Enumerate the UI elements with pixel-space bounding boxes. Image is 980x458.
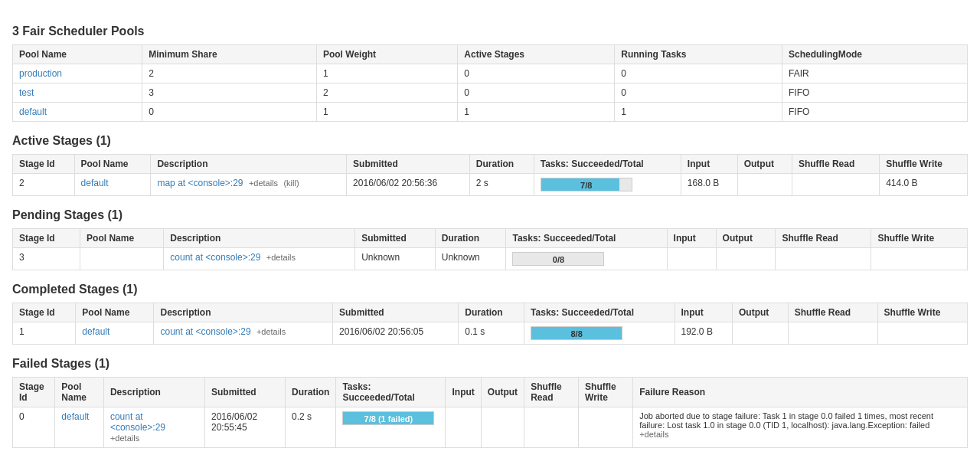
shuffle-read bbox=[776, 248, 871, 270]
pool-name: default bbox=[76, 322, 154, 345]
pool-name: default bbox=[13, 103, 142, 122]
output bbox=[732, 322, 788, 345]
failed-col-failure: Failure Reason bbox=[633, 378, 968, 407]
duration: 2 s bbox=[469, 174, 534, 196]
pending-col-stageid: Stage Id bbox=[13, 229, 80, 248]
active-col-shuffleread: Shuffle Read bbox=[792, 155, 879, 174]
active-stages-table: Stage Id Pool Name Description Submitted… bbox=[12, 154, 968, 196]
duration: Unknown bbox=[435, 248, 506, 270]
output bbox=[737, 174, 792, 196]
input: 168.0 B bbox=[681, 174, 737, 196]
shuffle-write bbox=[579, 407, 633, 448]
completed-col-duration: Duration bbox=[459, 303, 524, 322]
failed-stages-title: Failed Stages (1) bbox=[12, 357, 968, 371]
stage-id: 0 bbox=[13, 407, 55, 448]
completed-col-stageid: Stage Id bbox=[13, 303, 76, 322]
pending-col-description: Description bbox=[164, 229, 355, 248]
active-col-shufflewrite: Shuffle Write bbox=[880, 155, 968, 174]
table-row: production 2 1 0 0 FAIR bbox=[13, 64, 968, 83]
tasks-progress: 7/8 bbox=[534, 174, 681, 196]
pools-col-activestages: Active Stages bbox=[458, 45, 615, 64]
shuffle-read bbox=[524, 407, 579, 448]
table-row: 2 default map at <console>:29 +details (… bbox=[13, 174, 968, 196]
shuffle-write bbox=[877, 322, 967, 345]
pending-col-submitted: Submitted bbox=[355, 229, 436, 248]
failure-details-link[interactable]: +details bbox=[639, 430, 668, 439]
scheduling-mode: FAIR bbox=[782, 64, 967, 83]
pools-table: Pool Name Minimum Share Pool Weight Acti… bbox=[12, 44, 968, 122]
completed-col-tasks: Tasks: Succeeded/Total bbox=[524, 303, 675, 322]
pending-col-shuffleread: Shuffle Read bbox=[776, 229, 871, 248]
pool-weight: 1 bbox=[316, 103, 457, 122]
pool-name bbox=[80, 248, 164, 270]
table-row: 0 default count at <console>:29 +details… bbox=[13, 407, 968, 448]
tasks-progress: 7/8 (1 failed) bbox=[336, 407, 446, 448]
active-col-submitted: Submitted bbox=[347, 155, 470, 174]
completed-col-description: Description bbox=[154, 303, 333, 322]
duration: 0.2 s bbox=[286, 407, 336, 448]
input bbox=[667, 248, 716, 270]
pool-name: default bbox=[55, 407, 104, 448]
active-stages: 1 bbox=[458, 103, 615, 122]
duration: 0.1 s bbox=[459, 322, 524, 345]
failed-col-poolname: Pool Name bbox=[55, 378, 104, 407]
scheduling-mode: FIFO bbox=[782, 83, 967, 103]
running-tasks: 0 bbox=[615, 64, 782, 83]
table-row: 1 default count at <console>:29 +details… bbox=[13, 322, 968, 345]
table-row: default 0 1 1 1 FIFO bbox=[13, 103, 968, 122]
failure-reason: Job aborted due to stage failure: Task 1… bbox=[633, 407, 968, 448]
active-col-stageid: Stage Id bbox=[13, 155, 75, 174]
active-col-duration: Duration bbox=[469, 155, 534, 174]
failed-col-output: Output bbox=[481, 378, 524, 407]
table-row: test 3 2 0 0 FIFO bbox=[13, 83, 968, 103]
pools-col-name: Pool Name bbox=[13, 45, 142, 64]
shuffle-write: 414.0 B bbox=[880, 174, 968, 196]
completed-stages-table: Stage Id Pool Name Description Submitted… bbox=[12, 303, 968, 345]
input bbox=[446, 407, 481, 448]
failed-col-stageid: Stage Id bbox=[13, 378, 55, 407]
completed-col-poolname: Pool Name bbox=[76, 303, 154, 322]
shuffle-read bbox=[792, 174, 879, 196]
shuffle-write bbox=[871, 248, 968, 270]
pending-stages-title: Pending Stages (1) bbox=[12, 208, 968, 222]
completed-col-submitted: Submitted bbox=[333, 303, 459, 322]
failed-col-submitted: Submitted bbox=[205, 378, 286, 407]
kill-link[interactable]: (kill) bbox=[283, 178, 299, 188]
output bbox=[716, 248, 776, 270]
active-col-poolname: Pool Name bbox=[74, 155, 151, 174]
tasks-progress: 0/8 bbox=[506, 248, 667, 270]
pending-col-input: Input bbox=[667, 229, 716, 248]
failed-col-shufflewrite: Shuffle Write bbox=[579, 378, 633, 407]
failed-col-tasks: Tasks: Succeeded/Total bbox=[336, 378, 446, 407]
input: 192.0 B bbox=[675, 322, 732, 345]
page-title: 3 Fair Scheduler Pools bbox=[12, 25, 968, 38]
active-stages-title: Active Stages (1) bbox=[12, 134, 968, 148]
pending-col-output: Output bbox=[716, 229, 776, 248]
details-link[interactable]: +details bbox=[110, 433, 139, 443]
pool-weight: 1 bbox=[316, 64, 457, 83]
completed-col-shufflewrite: Shuffle Write bbox=[877, 303, 967, 322]
submitted: 2016/06/02 20:56:05 bbox=[333, 322, 459, 345]
pending-col-duration: Duration bbox=[435, 229, 506, 248]
pending-col-poolname: Pool Name bbox=[80, 229, 164, 248]
completed-col-shuffleread: Shuffle Read bbox=[788, 303, 877, 322]
pending-col-shufflewrite: Shuffle Write bbox=[871, 229, 968, 248]
description: count at <console>:29 +details bbox=[154, 322, 333, 345]
completed-col-output: Output bbox=[732, 303, 788, 322]
pool-name: production bbox=[13, 64, 142, 83]
pool-weight: 2 bbox=[316, 83, 457, 103]
description: count at <console>:29 +details bbox=[103, 407, 204, 448]
failed-col-description: Description bbox=[103, 378, 204, 407]
details-link[interactable]: +details bbox=[266, 253, 296, 262]
table-row: 3 count at <console>:29 +details Unknown… bbox=[13, 248, 968, 270]
description: count at <console>:29 +details bbox=[164, 248, 355, 270]
pool-name: test bbox=[13, 83, 142, 103]
active-col-input: Input bbox=[681, 155, 737, 174]
active-stages: 0 bbox=[458, 83, 615, 103]
active-col-description: Description bbox=[151, 155, 347, 174]
details-link[interactable]: +details bbox=[256, 327, 286, 336]
pending-col-tasks: Tasks: Succeeded/Total bbox=[506, 229, 667, 248]
stage-id: 3 bbox=[13, 248, 80, 270]
running-tasks: 1 bbox=[615, 103, 782, 122]
details-link[interactable]: +details bbox=[249, 178, 278, 188]
